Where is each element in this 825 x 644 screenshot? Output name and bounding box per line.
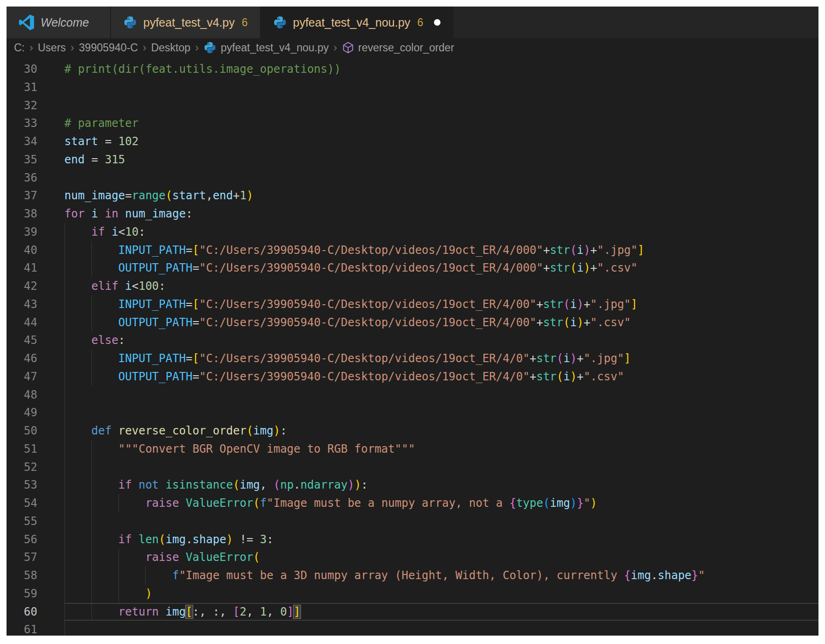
code-line-content[interactable]: else:: [64, 331, 818, 350]
code-line-content[interactable]: f"Image must be a 3D numpy array (Height…: [64, 567, 818, 585]
code-line-content[interactable]: [64, 404, 818, 422]
code-line-content[interactable]: return img[:, :, [2, 1, 0]]: [64, 603, 818, 621]
line-number[interactable]: 61: [7, 621, 37, 636]
code-line-content[interactable]: raise ValueError(: [64, 548, 818, 567]
token-cm: # parameter: [64, 117, 139, 130]
code-line-content[interactable]: start = 102: [64, 133, 818, 151]
line-number[interactable]: 37: [7, 187, 37, 205]
code-line-content[interactable]: [64, 386, 818, 404]
line-number[interactable]: 34: [7, 133, 37, 151]
code-line-content[interactable]: num_image=range(start,end+1): [64, 187, 818, 205]
breadcrumb-item-desktop[interactable]: Desktop: [151, 42, 190, 54]
line-number[interactable]: 55: [7, 512, 37, 531]
code-line-content[interactable]: OUTPUT_PATH="C:/Users/39905940-C/Desktop…: [64, 368, 818, 386]
code-line-content[interactable]: ): [64, 585, 818, 603]
line-number[interactable]: 51: [7, 440, 37, 458]
token-vr: i: [91, 207, 98, 220]
code-line-content[interactable]: if i<10:: [64, 223, 818, 241]
line-number[interactable]: 60: [7, 603, 37, 621]
token-b2: ): [577, 298, 583, 311]
tab-label: pyfeat_test_v4.py: [143, 16, 235, 29]
python-icon: [203, 41, 217, 54]
line-number[interactable]: 44: [7, 314, 37, 332]
line-number[interactable]: 50: [7, 422, 37, 440]
code-line-content[interactable]: # print(dir(feat.utils.image_operations)…: [64, 60, 818, 78]
line-number[interactable]: 46: [7, 350, 37, 368]
breadcrumb-item-c-[interactable]: C:: [14, 42, 25, 54]
line-number[interactable]: 49: [7, 404, 37, 422]
breadcrumb-item-pyfeat-test-v4-nou.py[interactable]: pyfeat_test_v4_nou.py: [203, 41, 329, 54]
gutter-spacer: [37, 548, 64, 567]
gutter-spacer: [37, 621, 64, 636]
line-number[interactable]: 35: [7, 151, 37, 169]
code-line-content[interactable]: OUTPUT_PATH="C:/Users/39905940-C/Desktop…: [64, 314, 818, 332]
token-op: +: [543, 261, 550, 274]
code-line-content[interactable]: def reverse_color_order(img):: [64, 422, 818, 440]
code-line-content[interactable]: [64, 169, 818, 187]
line-number[interactable]: 40: [7, 241, 37, 259]
line-number[interactable]: 48: [7, 386, 37, 404]
tab-welcome[interactable]: Welcome: [7, 7, 111, 38]
line-number[interactable]: 47: [7, 368, 37, 386]
line-number[interactable]: 42: [7, 277, 37, 295]
code-editor[interactable]: 30# print(dir(feat.utils.image_operation…: [7, 57, 818, 636]
line-number[interactable]: 39: [7, 223, 37, 241]
line-number[interactable]: 33: [7, 114, 37, 133]
token-op: +: [233, 189, 239, 202]
line-number[interactable]: 54: [7, 494, 37, 512]
token-b2: (: [570, 244, 577, 257]
code-line-content[interactable]: INPUT_PATH=["C:/Users/39905940-C/Desktop…: [64, 241, 818, 259]
vscode-window: Welcomepyfeat_test_v4.py6pyfeat_test_v4_…: [7, 7, 818, 636]
dirty-indicator-icon[interactable]: [434, 19, 440, 26]
code-line-content[interactable]: raise ValueError(f"Image must be a numpy…: [64, 494, 818, 512]
line-number[interactable]: 57: [7, 548, 37, 567]
code-line-content[interactable]: # parameter: [64, 114, 818, 133]
code-line-content[interactable]: OUTPUT_PATH="C:/Users/39905940-C/Desktop…: [64, 259, 818, 277]
code-line-content[interactable]: [64, 97, 818, 115]
code-line-content[interactable]: INPUT_PATH=["C:/Users/39905940-C/Desktop…: [64, 295, 818, 314]
code-line-content[interactable]: end = 315: [64, 151, 818, 169]
line-number[interactable]: 53: [7, 476, 37, 494]
line-number[interactable]: 45: [7, 331, 37, 350]
breadcrumb-item-reverse-color-order[interactable]: reverse_color_order: [342, 42, 454, 54]
indent-guide: [91, 603, 92, 621]
code-line-content[interactable]: [64, 458, 818, 476]
code-line-content[interactable]: for i in num_image:: [64, 205, 818, 223]
indent-guide: [64, 295, 65, 314]
line-number[interactable]: 36: [7, 169, 37, 187]
code-line-content[interactable]: [64, 512, 818, 531]
code-line-content[interactable]: elif i<100:: [64, 277, 818, 295]
code-line-content[interactable]: if not isinstance(img, (np.ndarray)):: [64, 476, 818, 494]
line-number[interactable]: 31: [7, 78, 37, 97]
token-b1: (: [166, 189, 172, 202]
code-line-content[interactable]: INPUT_PATH=["C:/Users/39905940-C/Desktop…: [64, 350, 818, 368]
line-number[interactable]: 56: [7, 531, 37, 549]
tab-pyfeat-test-v4.py[interactable]: pyfeat_test_v4.py6: [111, 7, 261, 38]
code-line-content[interactable]: if len(img.shape) != 3:: [64, 531, 818, 549]
tab-pyfeat-test-v4-nou.py[interactable]: pyfeat_test_v4_nou.py6: [261, 7, 454, 38]
token-b1: ): [577, 316, 583, 329]
line-number[interactable]: 41: [7, 259, 37, 277]
code-line-content[interactable]: [64, 621, 818, 636]
token-b1: ): [226, 533, 233, 546]
breadcrumb-item-39905940-c[interactable]: 39905940-C: [79, 42, 138, 54]
line-number[interactable]: 43: [7, 295, 37, 314]
line-number[interactable]: 59: [7, 585, 37, 603]
indent-guide: [119, 585, 119, 603]
line-number[interactable]: 30: [7, 60, 37, 78]
token-cl: str: [550, 261, 570, 274]
token-vr: i: [563, 370, 570, 383]
line-number[interactable]: 38: [7, 205, 37, 223]
code-line-content[interactable]: """Convert BGR OpenCV image to RGB forma…: [64, 440, 818, 458]
gutter-spacer: [37, 476, 64, 494]
token-op: [179, 551, 186, 564]
line-number[interactable]: 32: [7, 97, 37, 115]
code-line-content[interactable]: [64, 78, 818, 97]
token-b1: (: [563, 316, 570, 329]
line-number[interactable]: 52: [7, 458, 37, 476]
token-kw: raise: [145, 551, 179, 564]
breadcrumb-item-users[interactable]: Users: [38, 42, 66, 54]
token-vr: num_image: [64, 189, 125, 202]
token-vr: i: [570, 316, 577, 329]
line-number[interactable]: 58: [7, 567, 37, 585]
